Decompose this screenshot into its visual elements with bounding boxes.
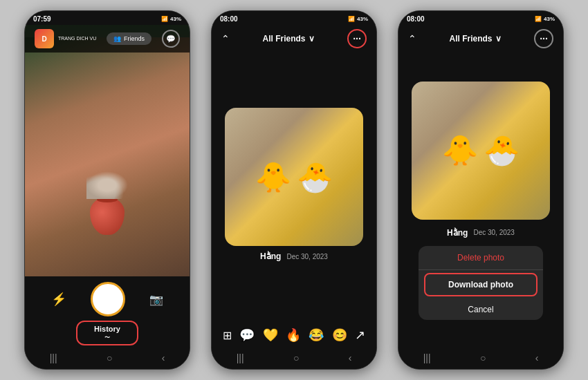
heart-action-icon[interactable]: 💛 [263,327,278,343]
download-photo-option[interactable]: Download photo [424,273,538,296]
logo-area: D TRANG DICH VU [35,29,96,48]
snap-header-3: ⌃ All Friends ∨ ··· [398,25,563,53]
battery-3: 43% [544,16,555,22]
status-icons-3: 📶 43% [535,16,555,22]
collapse-icon[interactable]: ⌃ [221,33,230,44]
chick-1: 🐥 [255,160,291,194]
sender-name-2: Hằng [447,228,468,238]
nav-bar-1: D TRANG DICH VU 👥 Friends 💬 [25,25,190,53]
snap-image-area: 🐥 🐣 Hằng Dec 30, 2023 [212,53,376,322]
camera-viewfinder [25,25,190,276]
history-chevron: 〜 [89,334,126,341]
friends-label: Friends [124,35,145,42]
chevron-down-icon-3: ∨ [495,34,502,44]
nav-recents-icon-3[interactable]: ||| [423,352,431,363]
delete-photo-option[interactable]: Delete photo [419,246,543,269]
phone1-content: D TRANG DICH VU 👥 Friends 💬 [25,25,190,369]
nav-recents-icon-2[interactable]: ||| [237,352,244,363]
snap-header-2: ⌃ All Friends ∨ ··· [212,25,376,53]
chevron-down-icon: ∨ [309,34,315,44]
friends-button[interactable]: 👥 Friends [107,32,151,45]
share-action-icon[interactable]: ↗ [355,327,365,343]
all-friends-label: All Friends [262,34,305,44]
cancel-option[interactable]: Cancel [419,299,543,320]
phone-1: 07:59 📶 43% D TRANG DICH VU 👥 Friends 💬 [24,10,190,370]
time-1: 07:59 [33,15,51,23]
chat-icon: 💬 [166,35,176,44]
chat-button[interactable]: 💬 [162,30,180,48]
phone-2: 08:00 📶 43% ⌃ All Friends ∨ ··· [211,10,377,370]
sender-name: Hằng [260,251,281,261]
bottom-nav-2: ||| ○ ‹ [212,348,376,369]
snap-photo-2: 🐥 🐣 [412,82,550,220]
all-friends-selector[interactable]: All Friends ∨ [262,34,314,44]
status-icons-2: 📶 43% [348,16,368,22]
signal-icon-3: 📶 [535,16,542,22]
menu-divider [419,269,543,270]
flip-camera-icon[interactable]: 📷 [149,293,163,306]
context-menu: Delete photo Download photo Cancel [419,246,543,320]
nav-back-icon-2[interactable]: ‹ [349,352,352,363]
nav-home-icon[interactable]: ○ [107,352,112,363]
laugh-action-icon[interactable]: 😂 [309,327,324,343]
nav-back-icon[interactable]: ‹ [162,352,165,363]
brand-text: TRANG DICH VU [58,36,96,41]
vase-container [90,199,125,235]
chick-2: 🐣 [297,160,333,194]
battery-1: 43% [170,16,181,22]
phone-3: 08:00 📶 43% ⌃ All Friends ∨ ··· [398,10,564,370]
more-options-button-3[interactable]: ··· [534,29,553,48]
phone3-content: ⌃ All Friends ∨ ··· 🐥 🐣 Hằng [398,25,563,369]
shutter-button[interactable] [91,282,125,316]
more-icon-3: ··· [540,33,548,44]
friends-icon: 👥 [113,35,121,42]
more-icon: ··· [353,33,361,44]
status-bar-2: 08:00 📶 43% [212,11,376,25]
more-options-button[interactable]: ··· [347,29,367,48]
chat-action-icon[interactable]: 💬 [239,327,255,343]
bottom-nav-3: ||| ○ ‹ [398,348,563,369]
phone2-content: ⌃ All Friends ∨ ··· 🐥 🐣 Hằng [212,25,376,369]
battery-2: 43% [357,16,368,22]
snap-actions: ⊞ 💬 💛 🔥 😂 😊 ↗ [212,322,376,348]
brand-logo: D [35,29,54,48]
fire-action-icon[interactable]: 🔥 [286,327,301,343]
signal-icon: 📶 [161,16,168,22]
signal-icon-2: 📶 [348,16,355,22]
time-2: 08:00 [220,15,238,23]
shutter-row: ⚡ 📷 [25,282,190,316]
status-bar-3: 08:00 📶 43% [398,11,563,25]
all-friends-selector-3[interactable]: All Friends ∨ [449,34,501,44]
snap-meta-2: Hằng Dec 30, 2023 [405,225,556,240]
nav-home-icon-2[interactable]: ○ [293,352,299,363]
status-icons-1: 📶 43% [161,16,181,22]
snap-photo: 🐥 🐣 [225,108,363,246]
collapse-icon-3[interactable]: ⌃ [408,33,416,44]
shutter-inner [95,286,121,312]
vase [90,197,125,235]
camera-controls: ⚡ 📷 History 〜 [25,276,190,348]
chick-visual-2: 🐥 🐣 [442,133,520,167]
nav-back-icon-3[interactable]: ‹ [535,352,539,363]
history-label: History [89,325,126,333]
snap-meta: Hằng Dec 30, 2023 [255,246,333,267]
status-bar-1: 07:59 📶 43% [25,11,190,25]
plant-photo [25,37,190,276]
snap-date: Dec 30, 2023 [286,253,328,260]
chick-3: 🐥 [442,133,478,167]
bottom-nav-1: ||| ○ ‹ [25,348,190,369]
time-3: 08:00 [407,15,425,23]
main-container: 07:59 📶 43% D TRANG DICH VU 👥 Friends 💬 [0,0,588,380]
nav-home-icon-3[interactable]: ○ [480,352,486,363]
context-menu-area: 🐥 🐣 Hằng Dec 30, 2023 Delete photo Downl… [398,53,563,348]
flash-icon[interactable]: ⚡ [51,292,66,307]
snap-date-2: Dec 30, 2023 [473,229,515,236]
history-button[interactable]: History 〜 [76,321,138,345]
nav-recents-icon[interactable]: ||| [50,352,57,363]
chick-4: 🐣 [484,133,520,167]
all-friends-label-3: All Friends [449,34,492,44]
chick-visual: 🐥 🐣 [255,160,333,194]
grid-icon[interactable]: ⊞ [223,329,232,342]
flowers [86,171,128,199]
smile-add-icon[interactable]: 😊 [332,327,347,343]
